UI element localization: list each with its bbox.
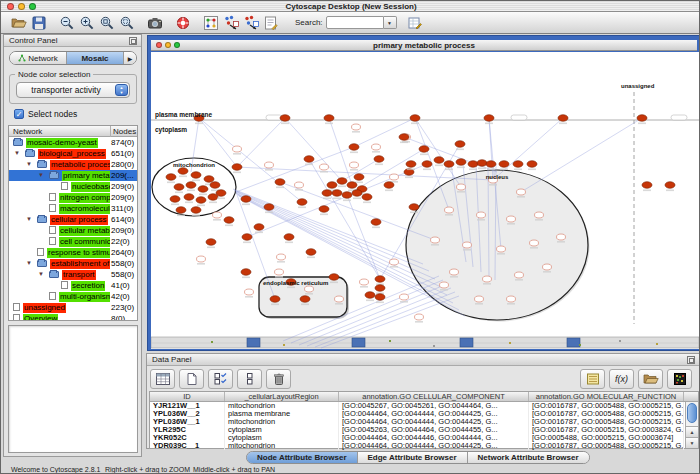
table-cell[interactable]: YDR039C__1: [150, 442, 225, 450]
network-node[interactable]: [241, 269, 251, 276]
table-column-header[interactable]: ID: [150, 392, 225, 401]
browser-tab[interactable]: Edge Attribute Browser: [358, 452, 468, 463]
table-cell[interactable]: cytoplasm: [225, 426, 339, 434]
network-node[interactable]: [375, 294, 385, 301]
zoom-in-button[interactable]: [77, 14, 97, 32]
scrollbar-thumb[interactable]: [687, 403, 697, 423]
table-cell[interactable]: mitochondrion: [225, 418, 339, 426]
network-node-pale[interactable]: [557, 234, 566, 240]
network-node[interactable]: [300, 296, 310, 303]
table-cell[interactable]: YKR052C: [150, 434, 225, 442]
network-node[interactable]: [204, 176, 214, 183]
network-node[interactable]: [665, 182, 675, 189]
network-node-pale[interactable]: [530, 240, 539, 246]
configure-search-button[interactable]: [405, 14, 425, 32]
network-node-pale[interactable]: [295, 182, 304, 188]
network-node[interactable]: [319, 206, 329, 213]
network-canvas-svg[interactable]: plasma membranecytoplasmmitochondrionnuc…: [151, 52, 699, 349]
network-node-pale[interactable]: [483, 276, 492, 282]
select-nodes-option[interactable]: ✓ Select nodes: [14, 109, 77, 119]
scroll-down-icon[interactable]: ▼: [686, 437, 698, 448]
network-node[interactable]: [254, 224, 264, 231]
network-node-pale[interactable]: [335, 296, 344, 302]
attribute-table-button[interactable]: [150, 369, 175, 389]
import-attributes-button[interactable]: [638, 369, 663, 389]
save-session-button[interactable]: [29, 14, 49, 32]
disclosure-triangle-icon[interactable]: ▼: [26, 258, 32, 269]
browser-tab[interactable]: Node Attribute Browser: [247, 452, 358, 463]
table-row[interactable]: YKR052Ccytoplasm[GO:0044464, GO:0044446,…: [150, 434, 698, 442]
network-node[interactable]: [374, 156, 384, 163]
network-node[interactable]: [409, 204, 419, 211]
network-node[interactable]: [422, 161, 432, 168]
network-node-pale[interactable]: [233, 146, 242, 152]
network-node-pale[interactable]: [372, 144, 381, 150]
tree-item[interactable]: ▼metabolic process280(0): [9, 159, 137, 170]
attribute-list-button[interactable]: [580, 369, 605, 389]
network-node-pale[interactable]: [197, 256, 206, 262]
color-attribute-combobox[interactable]: transporter activity ▲▼: [16, 82, 130, 98]
search-input[interactable]: [326, 16, 384, 29]
network-canvas[interactable]: plasma membranecytoplasmmitochondrionnuc…: [151, 52, 699, 349]
tab-mosaic[interactable]: Mosaic: [67, 52, 124, 64]
network-node-pale[interactable]: [440, 282, 449, 288]
network-node-pale[interactable]: [277, 254, 286, 260]
network-node[interactable]: [365, 292, 375, 299]
strip-node[interactable]: [460, 338, 473, 347]
network-node-pale[interactable]: [477, 212, 486, 218]
float-data-panel-icon[interactable]: [687, 356, 695, 364]
network-node[interactable]: [166, 174, 176, 181]
network-node[interactable]: [468, 161, 478, 168]
destroy-view-button[interactable]: [241, 14, 261, 32]
matrix-view-button[interactable]: [667, 369, 692, 389]
network-node[interactable]: [456, 159, 466, 166]
network-node-pale[interactable]: [463, 242, 472, 248]
table-column-header[interactable]: _cellularLayoutRegion: [225, 392, 339, 401]
network-node-pale[interactable]: [535, 212, 544, 218]
network-edge[interactable]: [329, 118, 352, 185]
network-node[interactable]: [434, 157, 444, 164]
select-nodes-checkbox[interactable]: ✓: [14, 109, 24, 119]
table-cell[interactable]: [GO:0044464, GO:0044444, GO:0044425, G..…: [339, 410, 529, 418]
network-node-pale[interactable]: [445, 207, 454, 213]
table-cell[interactable]: [GO:0045267, GO:0045261, GO:0044464, G..…: [339, 402, 529, 410]
strip-node[interactable]: [352, 338, 365, 347]
tree-item[interactable]: nitrogen compo209(0): [9, 192, 137, 203]
network-node-pale[interactable]: [431, 237, 440, 243]
search-dropdown-button[interactable]: ▼: [384, 16, 397, 29]
network-node[interactable]: [371, 219, 381, 226]
network-node[interactable]: [178, 168, 188, 175]
network-node[interactable]: [198, 186, 208, 193]
network-node-pale[interactable]: [517, 189, 526, 195]
network-node[interactable]: [241, 196, 251, 203]
table-cell[interactable]: YJR121W__1: [150, 402, 225, 410]
network-node[interactable]: [455, 141, 465, 148]
disclosure-triangle-icon[interactable]: ▼: [38, 170, 44, 181]
tree-item[interactable]: cellular metabo209(0): [9, 225, 137, 236]
tree-item[interactable]: ▼primary metabo209(...: [9, 170, 137, 181]
table-cell[interactable]: [GO:0044464, GO:0044446, GO:0044444, G..…: [339, 434, 529, 442]
network-node-pale[interactable]: [415, 314, 424, 320]
table-cell[interactable]: [GO:0044464, GO:0044444, GO:0044425, G..…: [339, 442, 529, 450]
zoom-fit-button[interactable]: [97, 14, 117, 32]
tree-item[interactable]: unassigned223(0): [9, 302, 137, 313]
table-cell[interactable]: [GO:0016787, GO:0005488, GO:0005215, G..…: [529, 418, 684, 426]
table-column-header[interactable]: annotation.GO CELLULAR_COMPONENT: [339, 392, 529, 401]
create-view-button[interactable]: [221, 14, 241, 32]
network-node[interactable]: [637, 115, 647, 122]
table-cell[interactable]: [GO:0005488, GO:0005215, GO:0003674]: [529, 434, 684, 442]
table-row[interactable]: YDR039C__1mitochondrion[GO:0044464, GO:0…: [150, 442, 698, 450]
network-node-pale[interactable]: [320, 164, 329, 170]
network-node-pale[interactable]: [515, 272, 524, 278]
network-edge[interactable]: [309, 159, 380, 279]
snapshot-button[interactable]: [145, 14, 165, 32]
zoom-out-button[interactable]: [57, 14, 77, 32]
table-cell[interactable]: [GO:0045263, GO:0044464, GO:0044455, G..…: [339, 426, 529, 434]
network-node[interactable]: [306, 249, 316, 256]
tree-item[interactable]: ▼establishment of lo558(0): [9, 258, 137, 269]
network-node[interactable]: [242, 234, 252, 241]
network-node[interactable]: [332, 190, 342, 197]
network-node[interactable]: [216, 190, 226, 197]
table-row[interactable]: YLR295Ccytoplasm[GO:0045263, GO:0044464,…: [150, 426, 698, 434]
network-node-pale[interactable]: [390, 174, 399, 180]
